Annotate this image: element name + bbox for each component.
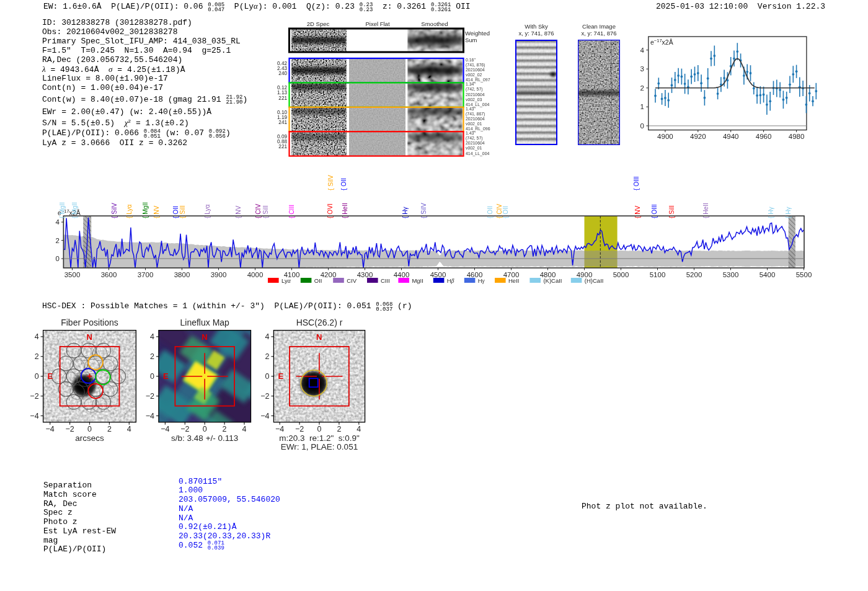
svg-text:N: N [202, 332, 207, 342]
svg-text:0: 0 [150, 372, 154, 381]
svg-text:4300: 4300 [357, 271, 373, 278]
svg-text:4900: 4900 [657, 133, 673, 140]
svg-text:2: 2 [56, 237, 60, 244]
svg-text:4: 4 [242, 425, 247, 433]
svg-text:2: 2 [150, 352, 154, 361]
svg-text:s/b: 3.48 +/- 0.113: s/b: 3.48 +/- 0.113 [171, 433, 238, 443]
svg-text:{ SiII: { SiII [668, 205, 675, 218]
svg-text:{ MgII: { MgII [71, 202, 78, 218]
svg-text:E: E [278, 371, 283, 381]
svg-text:Lyα: Lyα [281, 277, 291, 284]
svg-text:{ SiII: { SiII [262, 205, 269, 218]
svg-text:−4: −4 [161, 425, 169, 433]
svg-text:HSC(26.2) r: HSC(26.2) r [296, 318, 343, 327]
svg-text:{ CIII: { CIII [288, 205, 295, 218]
svg-text:Lineflux Map: Lineflux Map [180, 318, 230, 327]
svg-text:−2: −2 [180, 425, 189, 433]
svg-text:3600: 3600 [101, 271, 117, 278]
svg-text:4: 4 [640, 47, 645, 54]
svg-text:{ SiII: { SiII [179, 205, 186, 218]
svg-text:{ OII: { OII [172, 206, 179, 218]
svg-text:{ OIII: { OIII [651, 204, 658, 218]
svg-text:{ Hγ: { Hγ [785, 206, 792, 218]
svg-text:EWr: 1, PLAE: 0.051: EWr: 1, PLAE: 0.051 [281, 442, 358, 451]
svg-text:{ HeII: { HeII [702, 203, 709, 218]
svg-text:OII: OII [314, 277, 322, 284]
svg-text:4: 4 [127, 425, 131, 433]
svg-text:2: 2 [35, 352, 39, 361]
svg-text:2: 2 [107, 425, 112, 433]
svg-text:−2: −2 [146, 392, 154, 401]
svg-text:MgII: MgII [412, 277, 423, 284]
svg-text:5100: 5100 [650, 271, 666, 278]
svg-text:arcsecs: arcsecs [75, 433, 104, 443]
svg-text:3900: 3900 [211, 271, 227, 278]
svg-text:{ NV: { NV [235, 205, 242, 218]
svg-text:4200: 4200 [321, 271, 337, 278]
svg-text:4400: 4400 [394, 271, 410, 278]
svg-text:CIII: CIII [381, 277, 390, 284]
svg-text:5000: 5000 [613, 271, 629, 278]
svg-text:−4: −4 [30, 412, 38, 420]
svg-text:{ MgII: { MgII [142, 202, 149, 218]
svg-text:4500: 4500 [430, 271, 446, 278]
svg-text:4: 4 [265, 332, 269, 341]
svg-text:{ OII: { OII [502, 206, 509, 218]
svg-text:{ SiIV: { SiIV [111, 203, 118, 218]
svg-text:4: 4 [56, 218, 60, 226]
svg-text:4: 4 [150, 332, 154, 341]
svg-text:4940: 4940 [723, 133, 739, 140]
svg-text:0: 0 [56, 255, 60, 262]
svg-text:−4: −4 [260, 412, 269, 420]
svg-text:{ Hγ: { Hγ [768, 206, 774, 218]
svg-text:3700: 3700 [138, 271, 154, 278]
svg-text:3500: 3500 [64, 271, 81, 278]
svg-text:0: 0 [203, 425, 207, 433]
svg-text:N: N [87, 332, 92, 342]
svg-text:1: 1 [640, 103, 644, 110]
svg-text:−2: −2 [30, 392, 38, 401]
svg-text:3800: 3800 [174, 271, 190, 278]
svg-text:{ CIV: { CIV [255, 204, 262, 218]
svg-text:CIV: CIV [347, 277, 357, 284]
svg-text:2: 2 [223, 425, 227, 433]
svg-text:(K)CaII: (K)CaII [543, 277, 562, 284]
svg-text:{ OVI: { OVI [327, 203, 334, 218]
svg-text:{ Lyα: { Lyα [126, 204, 133, 218]
svg-text:4: 4 [35, 332, 39, 341]
svg-text:{ NV: { NV [634, 205, 641, 218]
svg-text:E: E [163, 371, 169, 381]
svg-text:−2: −2 [65, 425, 74, 433]
svg-text:Hγ: Hγ [478, 277, 485, 284]
svg-text:HeII: HeII [508, 277, 519, 284]
svg-text:0: 0 [640, 122, 644, 130]
svg-text:4920: 4920 [690, 133, 706, 140]
svg-text:3: 3 [640, 65, 644, 73]
svg-text:4000: 4000 [247, 271, 264, 278]
svg-text:4980: 4980 [789, 133, 805, 140]
svg-text:{ SiIV: { SiIV [327, 175, 334, 190]
svg-text:4: 4 [356, 425, 361, 433]
svg-text:5200: 5200 [686, 271, 702, 278]
svg-text:−4: −4 [146, 412, 154, 420]
svg-text:−2: −2 [260, 392, 269, 401]
svg-text:2: 2 [337, 425, 341, 433]
svg-text:{ SiIV: { SiIV [420, 203, 427, 218]
svg-text:−4: −4 [275, 425, 284, 433]
svg-text:E: E [48, 371, 53, 381]
svg-text:{ NV: { NV [153, 205, 160, 218]
svg-text:{ OIII: { OIII [633, 176, 640, 190]
svg-text:(H)CaII: (H)CaII [585, 277, 604, 284]
svg-text:2: 2 [640, 84, 644, 92]
svg-text:5500: 5500 [796, 271, 812, 278]
svg-text:{ OII: { OII [340, 178, 347, 190]
svg-text:5400: 5400 [760, 271, 776, 278]
svg-text:m:20.3 re:1.2" s:0.9": m:20.3 re:1.2" s:0.9" [279, 433, 360, 443]
svg-text:0: 0 [35, 372, 39, 381]
svg-text:Fiber Positions: Fiber Positions [61, 318, 118, 327]
svg-text:Hβ: Hβ [447, 277, 454, 284]
svg-text:0: 0 [87, 425, 92, 433]
svg-text:−2: −2 [295, 425, 304, 433]
svg-text:{ MgII: { MgII [59, 202, 66, 218]
svg-text:{ Hγ: { Hγ [402, 206, 409, 218]
